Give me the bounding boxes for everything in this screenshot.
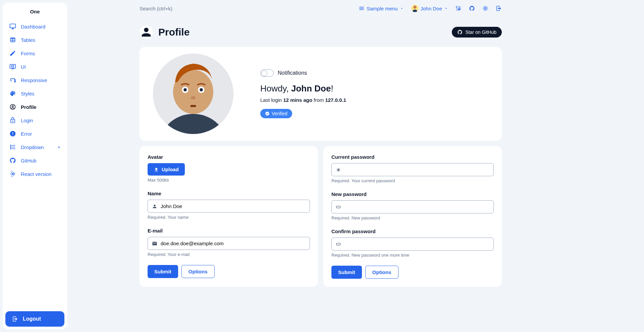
options-button[interactable]: Options — [365, 266, 398, 279]
sidebar-item-label: GitHub — [21, 158, 37, 163]
react-icon[interactable] — [482, 5, 488, 11]
sample-menu-label: Sample menu — [367, 6, 398, 11]
palette-icon — [9, 90, 16, 97]
logout-label: Logout — [23, 316, 41, 322]
sidebar-item-ui[interactable]: UI — [3, 60, 67, 73]
app-title: One — [3, 3, 67, 18]
svg-rect-14 — [191, 105, 196, 107]
verified-badge: Verified — [260, 109, 292, 118]
main-content: Search (ctrl+k) Sample menu John Doe — [70, 0, 644, 332]
sidebar-item-react[interactable]: React version — [3, 167, 67, 181]
sidebar-item-label: Dashboard — [21, 24, 45, 29]
sidebar-item-label: Styles — [21, 91, 35, 96]
theme-icon[interactable] — [455, 5, 462, 11]
sample-menu-dropdown[interactable]: Sample menu — [359, 5, 404, 11]
exit-icon[interactable] — [496, 5, 502, 11]
confirm-password-help: Required. New password one more time — [331, 253, 494, 258]
name-label: Name — [148, 191, 310, 196]
star-github-button[interactable]: Star on GitHub — [452, 27, 502, 38]
textbox-icon — [336, 204, 341, 210]
name-input[interactable] — [161, 203, 306, 209]
topbar: Search (ctrl+k) Sample menu John Doe — [140, 0, 502, 17]
sidebar-item-dashboard[interactable]: Dashboard — [3, 20, 67, 33]
avatar-small — [411, 5, 419, 12]
account-icon — [152, 204, 157, 209]
email-help: Required. Your e-mail — [148, 252, 310, 257]
textbox-icon — [336, 242, 341, 247]
sidebar-item-login[interactable]: Login — [3, 114, 67, 127]
user-name-label: John Doe — [421, 6, 442, 11]
new-password-label: New password — [331, 191, 494, 197]
search-input[interactable]: Search (ctrl+k) — [140, 6, 352, 11]
upload-icon — [154, 167, 159, 172]
badge-label: Verified — [272, 111, 287, 116]
confirm-password-input[interactable] — [344, 241, 489, 247]
sidebar-item-tables[interactable]: Tables — [3, 33, 67, 47]
sidebar-item-label: Tables — [21, 37, 35, 43]
menu-icon — [359, 5, 365, 11]
sidebar-item-dropdown[interactable]: Dropdown + — [3, 140, 67, 154]
chevron-down-icon — [400, 5, 404, 11]
sidebar-item-responsive[interactable]: Responsive — [3, 73, 67, 87]
last-login-text: Last login 12 mins ago from 127.0.0.1 — [260, 97, 488, 103]
sidebar-item-label: Login — [21, 118, 33, 123]
profile-summary-card: Notifications Howdy, John Doe! Last logi… — [140, 47, 502, 141]
options-button[interactable]: Options — [181, 265, 215, 278]
account-icon — [9, 104, 16, 110]
logout-button[interactable]: Logout — [5, 311, 64, 327]
submit-button[interactable]: Submit — [148, 265, 178, 278]
logout-icon — [12, 316, 18, 322]
sidebar-item-label: UI — [21, 64, 26, 70]
name-help: Required. Your name — [148, 215, 310, 220]
github-icon — [9, 157, 16, 164]
sidebar-item-label: Forms — [21, 51, 35, 56]
alert-icon — [9, 130, 16, 137]
page-header: Profile Star on GitHub — [140, 25, 502, 39]
avatar-large — [153, 54, 233, 134]
submit-button[interactable]: Submit — [331, 266, 362, 279]
react-icon — [9, 171, 16, 177]
user-menu-dropdown[interactable]: John Doe — [411, 5, 448, 12]
mail-icon — [152, 241, 157, 246]
plus-icon: + — [58, 144, 60, 150]
current-password-help: Required. Your current password — [331, 178, 494, 183]
github-icon[interactable] — [469, 5, 475, 11]
svg-point-10 — [183, 88, 187, 91]
email-label: E-mail — [148, 228, 310, 234]
profile-page-icon — [140, 25, 153, 39]
chevron-down-icon — [444, 5, 448, 11]
avatar-help: Max 500kb — [148, 178, 310, 183]
confirm-password-label: Confirm password — [331, 228, 494, 234]
sidebar: One Dashboard Tables Forms UI Responsive — [3, 3, 67, 329]
sidebar-item-profile[interactable]: Profile — [3, 100, 67, 114]
greeting-text: Howdy, John Doe! — [260, 83, 488, 94]
new-password-help: Required. New password — [331, 215, 494, 220]
sidebar-item-forms[interactable]: Forms — [3, 47, 67, 60]
new-password-input[interactable] — [344, 204, 489, 210]
sidebar-item-error[interactable]: Error — [3, 127, 67, 140]
monitor-icon — [9, 23, 16, 30]
github-icon — [457, 29, 463, 35]
svg-point-1 — [413, 6, 416, 9]
email-input[interactable] — [161, 241, 306, 246]
lock-icon — [9, 117, 16, 124]
sidebar-item-styles[interactable]: Styles — [3, 87, 67, 100]
current-password-input[interactable] — [344, 167, 489, 173]
responsive-icon — [9, 77, 16, 83]
avatar-label: Avatar — [148, 154, 310, 160]
profile-form-card: Avatar Upload Max 500kb Name Required. Y… — [140, 146, 318, 287]
asterisk-icon — [336, 167, 341, 173]
notifications-toggle[interactable] — [260, 69, 274, 77]
sidebar-item-label: Responsive — [21, 77, 47, 83]
upload-button[interactable]: Upload — [148, 163, 185, 176]
sidebar-item-github[interactable]: GitHub — [3, 154, 67, 167]
svg-point-13 — [191, 96, 196, 99]
sidebar-nav: Dashboard Tables Forms UI Responsive Sty… — [3, 18, 67, 309]
sidebar-item-label: React version — [21, 171, 52, 177]
sidebar-item-label: Profile — [21, 104, 37, 110]
list-icon — [9, 144, 16, 150]
notifications-label: Notifications — [278, 70, 307, 76]
page-title: Profile — [158, 26, 190, 38]
sidebar-item-label: Error — [21, 131, 32, 137]
table-icon — [9, 37, 16, 43]
